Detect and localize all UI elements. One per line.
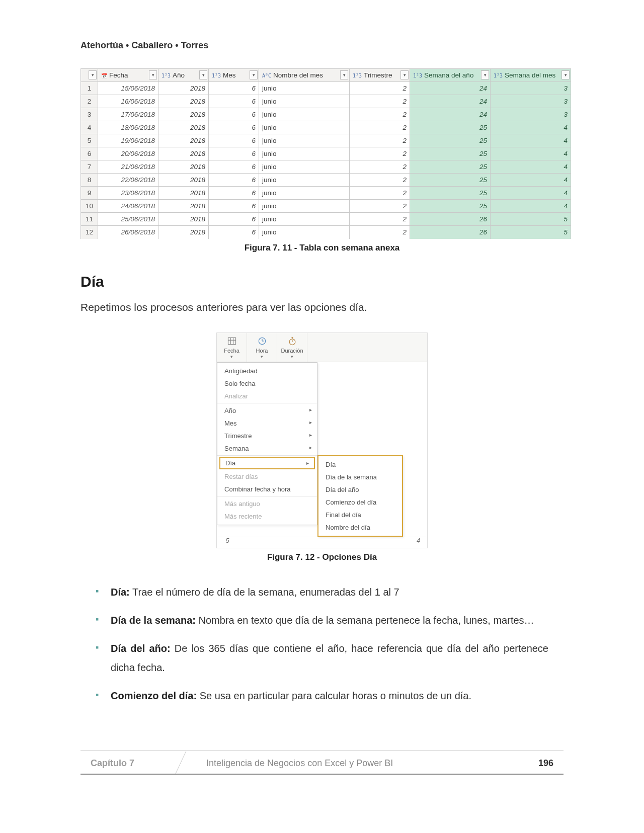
col-header-trimestre[interactable]: 1²3Trimestre▾	[350, 69, 410, 82]
menu-item-año[interactable]: Año▸	[217, 404, 317, 417]
list-item: Comienzo del día: Se usa en particular p…	[111, 686, 548, 705]
cell: junio	[259, 200, 350, 213]
submenu-item-final-del-día[interactable]: Final del día	[318, 509, 402, 521]
submenu-item-día-del-año[interactable]: Día del año	[318, 483, 402, 496]
col-header-año[interactable]: 1²3Año▾	[158, 69, 209, 82]
cell: 2	[350, 213, 410, 226]
cell: 6	[209, 213, 259, 226]
cell: 2018	[158, 226, 209, 239]
col-header-nombre-del-mes[interactable]: AᴮCNombre del mes▾	[259, 69, 350, 82]
table-row[interactable]: 519/06/201820186junio2254	[81, 134, 571, 147]
submenu-item-día[interactable]: Día	[318, 458, 402, 471]
list-item: Día: Trae el número de día de la semana,…	[111, 582, 548, 602]
cell: 10	[81, 200, 98, 213]
menu-item-label: Combinar fecha y hora	[224, 485, 291, 493]
grid-icon	[227, 336, 237, 346]
cell: 4	[81, 121, 98, 134]
ribbon-button-fecha[interactable]: Fecha▾	[217, 333, 247, 362]
menu-item-restar-días: Restar días	[217, 470, 317, 483]
ribbon-button-duración[interactable]: Duración▾	[277, 333, 307, 362]
cell: 3	[491, 108, 571, 121]
figure-caption-2: Figura 7. 12 - Opciones Día	[80, 552, 564, 562]
chevron-down-icon: ▾	[279, 355, 305, 360]
menu-item-más-reciente: Más reciente	[217, 510, 317, 523]
cell: 2018	[158, 200, 209, 213]
cell: 5	[491, 213, 571, 226]
cell: 4	[491, 160, 571, 174]
col-header-mes[interactable]: 1²3Mes▾	[209, 69, 259, 82]
footer-page-number: 196	[538, 758, 564, 769]
ribbon-button-label: Hora	[256, 348, 268, 354]
cell: 15/06/2018	[98, 82, 158, 95]
cell: 25/06/2018	[98, 213, 158, 226]
cell: 25	[410, 147, 491, 160]
filter-dropdown-icon[interactable]: ▾	[481, 70, 489, 79]
menu-item-label: Más antiguo	[224, 500, 260, 508]
table-menu-icon[interactable]: ▾	[89, 70, 97, 79]
chevron-down-icon: ▾	[249, 355, 275, 360]
menu-item-más-antiguo: Más antiguo	[217, 497, 317, 510]
table-row[interactable]: 216/06/201820186junio2243	[81, 95, 571, 108]
table-row[interactable]: 923/06/201820186junio2254	[81, 187, 571, 200]
menu-item-antigüedad[interactable]: Antigüedad	[217, 365, 317, 377]
cell: 4	[491, 200, 571, 213]
cell: 2	[350, 134, 410, 147]
chevron-right-icon: ▸	[306, 460, 309, 466]
menu-item-mes[interactable]: Mes▸	[217, 417, 317, 430]
menu-item-analizar: Analizar	[217, 390, 317, 403]
cell: junio	[259, 226, 350, 239]
menu-item-combinar-fecha-y-hora[interactable]: Combinar fecha y hora	[217, 483, 317, 496]
cell: 24	[410, 108, 491, 121]
table-row[interactable]: 418/06/201820186junio2254	[81, 121, 571, 134]
filter-dropdown-icon[interactable]: ▾	[340, 70, 348, 79]
cell: 4	[491, 134, 571, 147]
cell: 26	[410, 226, 491, 239]
table-row[interactable]: 317/06/201820186junio2243	[81, 108, 571, 121]
col-header-semana-del-mes[interactable]: 1²3Semana del mes▾	[491, 69, 571, 82]
submenu-item-comienzo-del-día[interactable]: Comienzo del día	[318, 496, 402, 509]
table-row[interactable]: 115/06/201820186junio2243	[81, 82, 571, 95]
cell: 9	[81, 187, 98, 200]
filter-dropdown-icon[interactable]: ▾	[250, 70, 258, 79]
cell: 1	[81, 82, 98, 95]
cell: 25	[410, 134, 491, 147]
filter-dropdown-icon[interactable]: ▾	[149, 70, 157, 79]
cell: 6	[209, 121, 259, 134]
cell: 25	[410, 200, 491, 213]
cell: 2018	[158, 134, 209, 147]
submenu-item-nombre-del-día[interactable]: Nombre del día	[318, 521, 402, 534]
definition-term: Comienzo del día:	[111, 690, 197, 701]
table-row[interactable]: 1125/06/201820186junio2265	[81, 213, 571, 226]
footer-chapter: Capítulo 7	[80, 758, 171, 769]
col-header-fecha[interactable]: 📅Fecha▾	[98, 69, 158, 82]
menu-item-label: Restar días	[224, 473, 258, 480]
cell: 2018	[158, 160, 209, 174]
table-row[interactable]: 1024/06/201820186junio2254	[81, 200, 571, 213]
page-authors: Atehortúa • Caballero • Torres	[80, 40, 564, 51]
cell: 2018	[158, 213, 209, 226]
definition-text: Nombra en texto que día de la semana per…	[196, 615, 534, 626]
table-row[interactable]: 620/06/201820186junio2254	[81, 147, 571, 160]
menu-item-semana[interactable]: Semana▸	[217, 442, 317, 456]
list-item: Día de la semana: Nombra en texto que dí…	[111, 611, 548, 630]
table-row[interactable]: 721/06/201820186junio2254	[81, 160, 571, 174]
table-row[interactable]: 1226/06/201820186junio2265	[81, 226, 571, 239]
table-row[interactable]: 822/06/201820186junio2254	[81, 174, 571, 187]
menu-item-solo-fecha[interactable]: Solo fecha	[217, 377, 317, 390]
type-icon: 📅	[101, 73, 107, 78]
col-label: Semana del año	[424, 71, 473, 79]
menu-item-trimestre[interactable]: Trimestre▸	[217, 430, 317, 442]
submenu-item-día-de-la-semana[interactable]: Día de la semana	[318, 471, 402, 483]
menu-item-día[interactable]: Día▸	[219, 457, 315, 469]
col-header-semana-del-año[interactable]: 1²3Semana del año▾	[410, 69, 491, 82]
cell: 2018	[158, 82, 209, 95]
filter-dropdown-icon[interactable]: ▾	[199, 70, 207, 79]
ribbon-button-hora[interactable]: Hora▾	[247, 333, 277, 362]
col-label: Trimestre	[364, 71, 392, 79]
cell: 2	[350, 187, 410, 200]
filter-dropdown-icon[interactable]: ▾	[561, 70, 570, 79]
menu-item-label: Analizar	[224, 392, 248, 400]
cell: 16/06/2018	[98, 95, 158, 108]
type-icon: 1²3	[162, 73, 171, 78]
filter-dropdown-icon[interactable]: ▾	[400, 70, 409, 79]
